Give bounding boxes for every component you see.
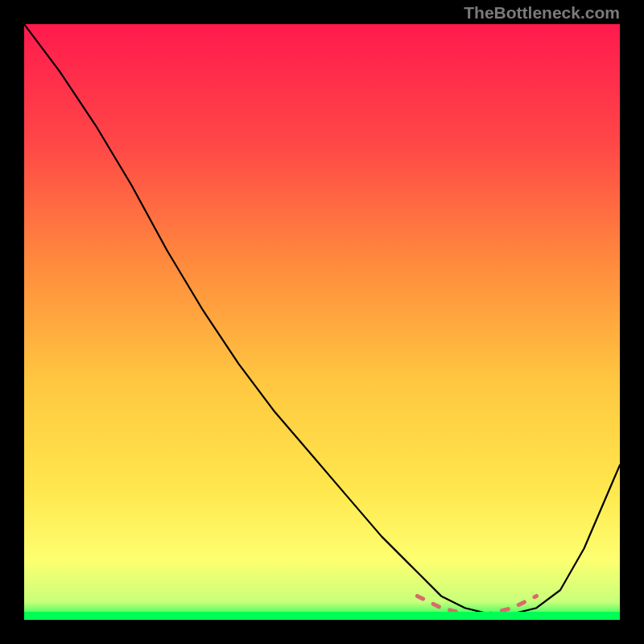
- watermark-text: TheBottleneck.com: [464, 3, 620, 23]
- gradient-background: [24, 24, 620, 620]
- bottom-green-band: [24, 612, 620, 620]
- chart-area: [24, 24, 620, 620]
- chart-svg: [24, 24, 620, 620]
